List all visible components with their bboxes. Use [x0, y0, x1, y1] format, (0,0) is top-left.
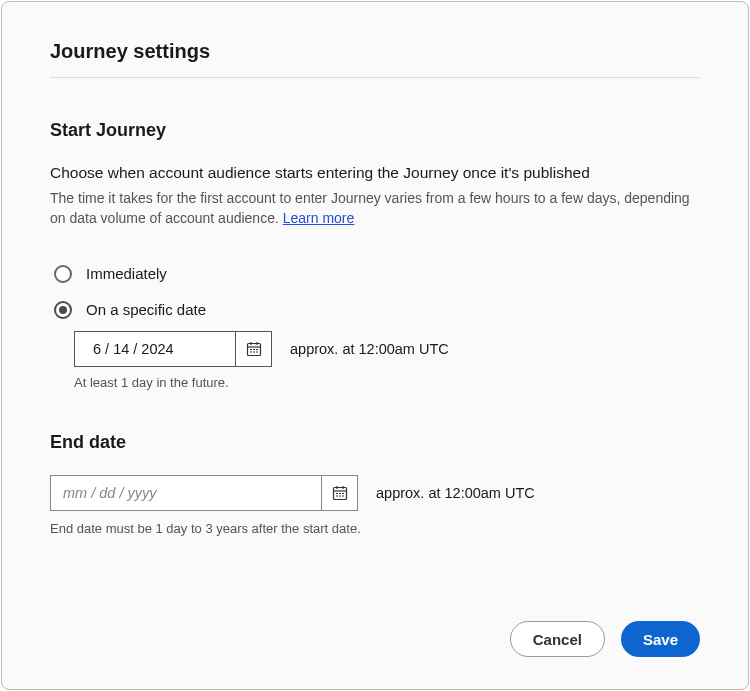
- end-date-heading: End date: [50, 432, 700, 453]
- radio-label: On a specific date: [86, 301, 206, 318]
- subdesc-text: The time it takes for the first account …: [50, 190, 690, 226]
- start-description: Choose when account audience starts ente…: [50, 163, 700, 184]
- radio-label: Immediately: [86, 265, 167, 282]
- dialog-title: Journey settings: [50, 40, 700, 63]
- end-date-hint: End date must be 1 day to 3 years after …: [50, 521, 700, 536]
- cancel-button[interactable]: Cancel: [510, 621, 605, 657]
- end-date-section: End date: [50, 432, 700, 536]
- calendar-icon: [245, 340, 263, 358]
- end-date-field: [50, 475, 358, 511]
- radio-icon[interactable]: [54, 265, 72, 283]
- save-button[interactable]: Save: [621, 621, 700, 657]
- start-journey-heading: Start Journey: [50, 120, 700, 141]
- radio-option-specific-date[interactable]: On a specific date: [50, 301, 700, 319]
- start-radio-group: Immediately On a specific date: [50, 265, 700, 390]
- end-approx-label: approx. at 12:00am UTC: [376, 485, 535, 501]
- journey-settings-dialog: Journey settings Start Journey Choose wh…: [1, 1, 749, 690]
- start-subdescription: The time it takes for the first account …: [50, 188, 700, 229]
- start-date-field: [74, 331, 272, 367]
- end-date-input[interactable]: [51, 476, 321, 510]
- radio-icon[interactable]: [54, 301, 72, 319]
- start-date-picker-button[interactable]: [235, 332, 271, 366]
- dialog-footer: Cancel Save: [510, 621, 700, 657]
- start-date-hint: At least 1 day in the future.: [74, 375, 700, 390]
- learn-more-link[interactable]: Learn more: [283, 210, 355, 226]
- start-date-input[interactable]: [75, 332, 235, 366]
- start-approx-label: approx. at 12:00am UTC: [290, 341, 449, 357]
- divider: [50, 77, 700, 78]
- end-date-row: approx. at 12:00am UTC: [50, 475, 700, 511]
- radio-option-immediately[interactable]: Immediately: [50, 265, 700, 283]
- calendar-icon: [331, 484, 349, 502]
- start-date-row: approx. at 12:00am UTC: [74, 331, 700, 367]
- end-date-picker-button[interactable]: [321, 476, 357, 510]
